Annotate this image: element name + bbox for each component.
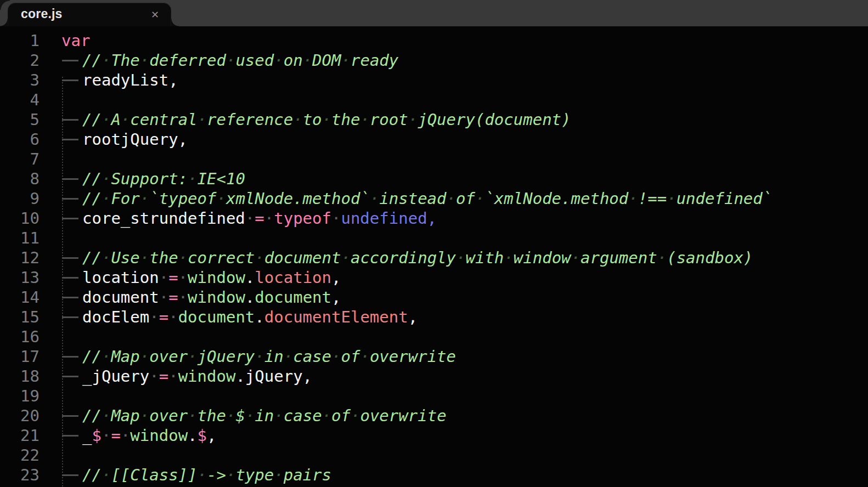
- code-line: 18_jQuery·=·window.jQuery,: [0, 366, 868, 386]
- line-content: //·Support:·IE<10: [61, 169, 245, 189]
- code-token: ,: [331, 268, 341, 287]
- space-dot-icon: ·: [198, 110, 207, 129]
- code-line: 21_$·=·window.$,: [0, 426, 868, 445]
- space-dot-icon: ·: [226, 51, 235, 70]
- space-dot-icon: ·: [226, 466, 235, 484]
- code-editor[interactable]: 1var2//·The·deferred·used·on·DOM·ready3r…: [0, 26, 868, 487]
- line-number: 7: [0, 149, 40, 169]
- tab-whitespace-icon: [61, 248, 82, 268]
- space-dot-icon: ·: [264, 209, 274, 228]
- space-dot-icon: ·: [140, 248, 149, 267]
- code-line: 4: [0, 90, 868, 110]
- code-token: _jQuery·: [82, 367, 159, 386]
- line-number: 4: [0, 90, 40, 110]
- space-dot-icon: ·: [140, 347, 149, 366]
- line-number: 3: [0, 70, 40, 90]
- tab-title: core.js: [21, 7, 63, 21]
- space-dot-icon: ·: [331, 347, 341, 366]
- space-dot-icon: ·: [351, 406, 360, 425]
- space-dot-icon: ·: [447, 189, 456, 208]
- space-dot-icon: ·: [140, 406, 149, 425]
- code-token: location: [255, 268, 331, 287]
- line-number: 5: [0, 110, 40, 129]
- space-dot-icon: ·: [255, 347, 264, 366]
- code-token: docElem·: [82, 308, 159, 326]
- tab-core-js[interactable]: core.js ✕: [8, 3, 171, 26]
- code-line: 20//·Map·over·the·$·in·case·of·overwrite: [0, 406, 868, 426]
- line-content: //·Map·over·the·$·in·case·of·overwrite: [61, 406, 447, 426]
- line-content: readyList,: [61, 70, 178, 90]
- space-dot-icon: ·: [667, 189, 676, 208]
- code-token: //·Map·over·the·$·in·case·of·overwrite: [82, 406, 447, 425]
- code-token: readyList,: [82, 71, 178, 89]
- code-token: document: [178, 308, 255, 326]
- space-dot-icon: ·: [102, 51, 111, 70]
- code-token: window: [130, 426, 188, 445]
- tab-whitespace-icon: [61, 366, 82, 386]
- space-dot-icon: ·: [628, 189, 638, 208]
- code-line: 13location·=·window.location,: [0, 268, 868, 287]
- tab-whitespace-icon: [61, 268, 82, 287]
- code-token: $: [92, 426, 101, 445]
- line-content: //·For·`typeof·xmlNode.method`·instead·o…: [61, 189, 772, 208]
- space-dot-icon: ·: [140, 189, 149, 208]
- line-number: 11: [0, 228, 40, 248]
- space-dot-icon: ·: [284, 347, 293, 366]
- tab-whitespace-icon: [61, 287, 82, 307]
- code-line: 3readyList,: [0, 70, 868, 90]
- space-dot-icon: ·: [657, 248, 667, 267]
- space-dot-icon: ·: [504, 248, 513, 267]
- line-number: 12: [0, 248, 40, 268]
- code-token: ·: [168, 308, 178, 326]
- space-dot-icon: ·: [274, 466, 283, 484]
- code-token: //·The·deferred·used·on·DOM·ready: [82, 51, 398, 70]
- line-number: 24: [0, 485, 40, 487]
- code-line: 22: [0, 445, 868, 465]
- code-token: document·: [82, 288, 168, 307]
- line-content: core_strundefined·=·typeof·undefined,: [61, 208, 437, 228]
- tab-whitespace-icon: [61, 347, 82, 366]
- tab-whitespace-icon: [61, 406, 82, 426]
- tab-whitespace-icon: [61, 169, 82, 189]
- line-content: //·The·deferred·used·on·DOM·ready: [61, 50, 398, 70]
- tab-whitespace-icon: [61, 189, 82, 208]
- code-line: 6rootjQuery,: [0, 129, 868, 149]
- line-number: 19: [0, 386, 40, 406]
- space-dot-icon: ·: [188, 169, 197, 188]
- line-content: _jQuery·=·window.jQuery,: [61, 366, 312, 386]
- space-dot-icon: ·: [360, 347, 369, 366]
- space-dot-icon: ·: [571, 248, 580, 267]
- space-dot-icon: ·: [168, 308, 178, 326]
- code-line: 23//·[[Class]]·->·type·pairs: [0, 465, 868, 485]
- tab-whitespace-icon: [61, 426, 82, 445]
- code-token: //·For·`typeof·xmlNode.method`·instead·o…: [82, 189, 772, 208]
- space-dot-icon: ·: [293, 110, 302, 129]
- space-dot-icon: ·: [178, 288, 188, 307]
- code-line: 17//·Map·over·jQuery·in·case·of·overwrit…: [0, 347, 868, 366]
- space-dot-icon: ·: [149, 367, 159, 386]
- code-token: var: [61, 31, 90, 50]
- space-dot-icon: ·: [255, 248, 264, 267]
- code-line: 9//·For·`typeof·xmlNode.method`·instead·…: [0, 189, 868, 208]
- code-token: //·Map·over·jQuery·in·case·of·overwrite: [82, 347, 456, 366]
- code-token: ,: [408, 308, 418, 326]
- code-token: core_strundefined·: [82, 209, 255, 228]
- space-dot-icon: ·: [303, 51, 312, 70]
- code-token: .jQuery,: [235, 367, 312, 386]
- close-icon[interactable]: ✕: [151, 9, 159, 19]
- code-token: undefined,: [341, 209, 437, 228]
- space-dot-icon: ·: [102, 189, 111, 208]
- space-dot-icon: ·: [178, 248, 188, 267]
- code-line: 8//·Support:·IE<10: [0, 169, 868, 189]
- space-dot-icon: ·: [322, 110, 331, 129]
- line-content: document·=·window.document,: [61, 287, 341, 307]
- code-token: typeof: [274, 209, 331, 228]
- code-token: _: [82, 426, 92, 445]
- code-token: location·: [82, 268, 168, 287]
- space-dot-icon: ·: [168, 367, 178, 386]
- code-token: =: [159, 367, 168, 386]
- space-dot-icon: ·: [178, 268, 188, 287]
- code-token: document: [255, 288, 331, 307]
- line-number: 16: [0, 327, 40, 347]
- code-line: 11: [0, 228, 868, 248]
